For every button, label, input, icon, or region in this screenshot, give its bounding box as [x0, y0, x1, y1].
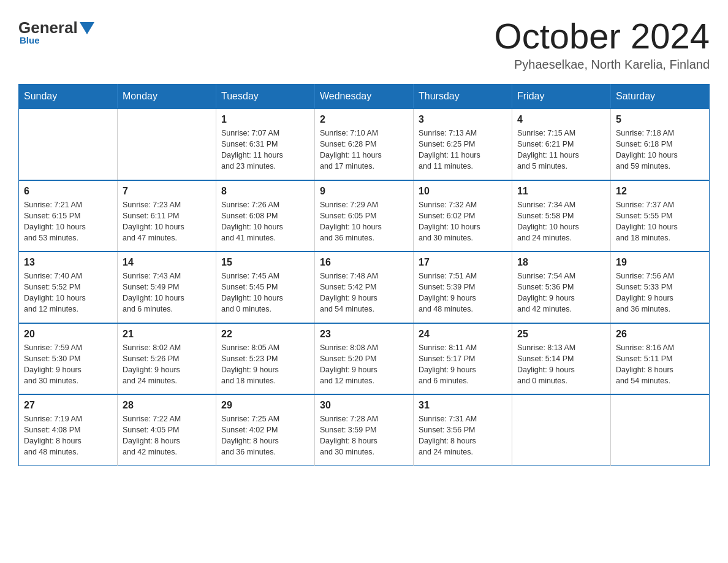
logo: General Blue	[18, 18, 96, 45]
day-number: 1	[221, 114, 309, 125]
day-info: Sunrise: 7:45 AMSunset: 5:45 PMDaylight:…	[221, 270, 309, 315]
day-of-week-header: Wednesday	[315, 85, 414, 109]
calendar-cell: 5Sunrise: 7:18 AMSunset: 6:18 PMDaylight…	[611, 109, 710, 180]
day-number: 8	[221, 186, 309, 197]
calendar-cell: 17Sunrise: 7:51 AMSunset: 5:39 PMDayligh…	[414, 251, 512, 323]
calendar-cell: 16Sunrise: 7:48 AMSunset: 5:42 PMDayligh…	[315, 251, 414, 323]
day-number: 15	[221, 257, 309, 268]
day-number: 9	[320, 186, 408, 197]
calendar-header-row: SundayMondayTuesdayWednesdayThursdayFrid…	[19, 85, 710, 109]
calendar-cell	[611, 394, 710, 465]
calendar-cell: 31Sunrise: 7:31 AMSunset: 3:56 PMDayligh…	[414, 394, 512, 465]
day-info: Sunrise: 8:16 AMSunset: 5:11 PMDaylight:…	[616, 342, 704, 387]
day-info: Sunrise: 7:21 AMSunset: 6:15 PMDaylight:…	[24, 199, 112, 244]
calendar-cell: 11Sunrise: 7:34 AMSunset: 5:58 PMDayligh…	[512, 180, 611, 252]
calendar-cell: 15Sunrise: 7:45 AMSunset: 5:45 PMDayligh…	[216, 251, 315, 323]
calendar-cell: 30Sunrise: 7:28 AMSunset: 3:59 PMDayligh…	[315, 394, 414, 465]
day-info: Sunrise: 7:26 AMSunset: 6:08 PMDaylight:…	[221, 199, 309, 244]
calendar-cell	[118, 109, 216, 180]
day-info: Sunrise: 7:54 AMSunset: 5:36 PMDaylight:…	[517, 270, 605, 315]
day-info: Sunrise: 7:32 AMSunset: 6:02 PMDaylight:…	[419, 199, 507, 244]
day-number: 30	[320, 400, 408, 411]
calendar-cell: 29Sunrise: 7:25 AMSunset: 4:02 PMDayligh…	[216, 394, 315, 465]
day-of-week-header: Tuesday	[216, 85, 315, 109]
calendar-cell: 26Sunrise: 8:16 AMSunset: 5:11 PMDayligh…	[611, 323, 710, 395]
day-number: 18	[517, 257, 605, 268]
calendar-cell: 18Sunrise: 7:54 AMSunset: 5:36 PMDayligh…	[512, 251, 611, 323]
calendar-cell: 1Sunrise: 7:07 AMSunset: 6:31 PMDaylight…	[216, 109, 315, 180]
day-info: Sunrise: 7:19 AMSunset: 4:08 PMDaylight:…	[24, 413, 112, 458]
day-number: 29	[221, 400, 309, 411]
calendar-table: SundayMondayTuesdayWednesdayThursdayFrid…	[18, 84, 710, 466]
day-number: 27	[24, 400, 112, 411]
location-subtitle: Pyhaeselkae, North Karelia, Finland	[495, 58, 710, 72]
day-number: 6	[24, 186, 112, 197]
day-number: 11	[517, 186, 605, 197]
day-number: 3	[419, 114, 507, 125]
day-number: 22	[221, 329, 309, 340]
day-info: Sunrise: 7:22 AMSunset: 4:05 PMDaylight:…	[123, 413, 211, 458]
month-title: October 2024	[495, 18, 710, 54]
day-info: Sunrise: 7:31 AMSunset: 3:56 PMDaylight:…	[419, 413, 507, 458]
day-info: Sunrise: 7:29 AMSunset: 6:05 PMDaylight:…	[320, 199, 408, 244]
day-of-week-header: Sunday	[19, 85, 118, 109]
day-info: Sunrise: 7:13 AMSunset: 6:25 PMDaylight:…	[419, 128, 507, 172]
day-info: Sunrise: 7:40 AMSunset: 5:52 PMDaylight:…	[24, 270, 112, 315]
day-info: Sunrise: 7:07 AMSunset: 6:31 PMDaylight:…	[221, 128, 309, 172]
calendar-cell: 25Sunrise: 8:13 AMSunset: 5:14 PMDayligh…	[512, 323, 611, 395]
calendar-cell: 9Sunrise: 7:29 AMSunset: 6:05 PMDaylight…	[315, 180, 414, 252]
day-info: Sunrise: 7:15 AMSunset: 6:21 PMDaylight:…	[517, 128, 605, 172]
day-number: 24	[419, 329, 507, 340]
calendar-cell: 24Sunrise: 8:11 AMSunset: 5:17 PMDayligh…	[414, 323, 512, 395]
calendar-cell: 8Sunrise: 7:26 AMSunset: 6:08 PMDaylight…	[216, 180, 315, 252]
calendar-cell: 3Sunrise: 7:13 AMSunset: 6:25 PMDaylight…	[414, 109, 512, 180]
day-number: 20	[24, 329, 112, 340]
calendar-cell: 28Sunrise: 7:22 AMSunset: 4:05 PMDayligh…	[118, 394, 216, 465]
day-number: 5	[616, 114, 704, 125]
day-of-week-header: Saturday	[611, 85, 710, 109]
calendar-cell	[512, 394, 611, 465]
day-number: 13	[24, 257, 112, 268]
day-info: Sunrise: 7:48 AMSunset: 5:42 PMDaylight:…	[320, 270, 408, 315]
calendar-cell: 14Sunrise: 7:43 AMSunset: 5:49 PMDayligh…	[118, 251, 216, 323]
day-info: Sunrise: 7:59 AMSunset: 5:30 PMDaylight:…	[24, 342, 112, 387]
calendar-cell: 7Sunrise: 7:23 AMSunset: 6:11 PMDaylight…	[118, 180, 216, 252]
calendar-cell: 12Sunrise: 7:37 AMSunset: 5:55 PMDayligh…	[611, 180, 710, 252]
day-info: Sunrise: 7:25 AMSunset: 4:02 PMDaylight:…	[221, 413, 309, 458]
logo-triangle-icon	[80, 22, 94, 34]
day-info: Sunrise: 8:13 AMSunset: 5:14 PMDaylight:…	[517, 342, 605, 387]
day-info: Sunrise: 7:56 AMSunset: 5:33 PMDaylight:…	[616, 270, 704, 315]
calendar-cell: 13Sunrise: 7:40 AMSunset: 5:52 PMDayligh…	[19, 251, 118, 323]
day-number: 14	[123, 257, 211, 268]
calendar-cell	[19, 109, 118, 180]
day-info: Sunrise: 8:08 AMSunset: 5:20 PMDaylight:…	[320, 342, 408, 387]
day-number: 25	[517, 329, 605, 340]
day-info: Sunrise: 7:10 AMSunset: 6:28 PMDaylight:…	[320, 128, 408, 172]
day-number: 17	[419, 257, 507, 268]
calendar-cell: 27Sunrise: 7:19 AMSunset: 4:08 PMDayligh…	[19, 394, 118, 465]
calendar-week-row: 27Sunrise: 7:19 AMSunset: 4:08 PMDayligh…	[19, 394, 710, 465]
day-info: Sunrise: 7:37 AMSunset: 5:55 PMDaylight:…	[616, 199, 704, 244]
day-of-week-header: Thursday	[414, 85, 512, 109]
day-number: 4	[517, 114, 605, 125]
day-info: Sunrise: 7:28 AMSunset: 3:59 PMDaylight:…	[320, 413, 408, 458]
day-info: Sunrise: 8:11 AMSunset: 5:17 PMDaylight:…	[419, 342, 507, 387]
day-number: 12	[616, 186, 704, 197]
day-info: Sunrise: 8:05 AMSunset: 5:23 PMDaylight:…	[221, 342, 309, 387]
logo-blue-text: Blue	[20, 35, 40, 45]
day-info: Sunrise: 8:02 AMSunset: 5:26 PMDaylight:…	[123, 342, 211, 387]
calendar-week-row: 6Sunrise: 7:21 AMSunset: 6:15 PMDaylight…	[19, 180, 710, 252]
day-of-week-header: Friday	[512, 85, 611, 109]
calendar-week-row: 13Sunrise: 7:40 AMSunset: 5:52 PMDayligh…	[19, 251, 710, 323]
calendar-cell: 6Sunrise: 7:21 AMSunset: 6:15 PMDaylight…	[19, 180, 118, 252]
calendar-cell: 4Sunrise: 7:15 AMSunset: 6:21 PMDaylight…	[512, 109, 611, 180]
day-info: Sunrise: 7:23 AMSunset: 6:11 PMDaylight:…	[123, 199, 211, 244]
calendar-cell: 2Sunrise: 7:10 AMSunset: 6:28 PMDaylight…	[315, 109, 414, 180]
calendar-cell: 21Sunrise: 8:02 AMSunset: 5:26 PMDayligh…	[118, 323, 216, 395]
day-info: Sunrise: 7:43 AMSunset: 5:49 PMDaylight:…	[123, 270, 211, 315]
calendar-cell: 22Sunrise: 8:05 AMSunset: 5:23 PMDayligh…	[216, 323, 315, 395]
calendar-cell: 10Sunrise: 7:32 AMSunset: 6:02 PMDayligh…	[414, 180, 512, 252]
calendar-cell: 19Sunrise: 7:56 AMSunset: 5:33 PMDayligh…	[611, 251, 710, 323]
day-number: 21	[123, 329, 211, 340]
day-number: 19	[616, 257, 704, 268]
